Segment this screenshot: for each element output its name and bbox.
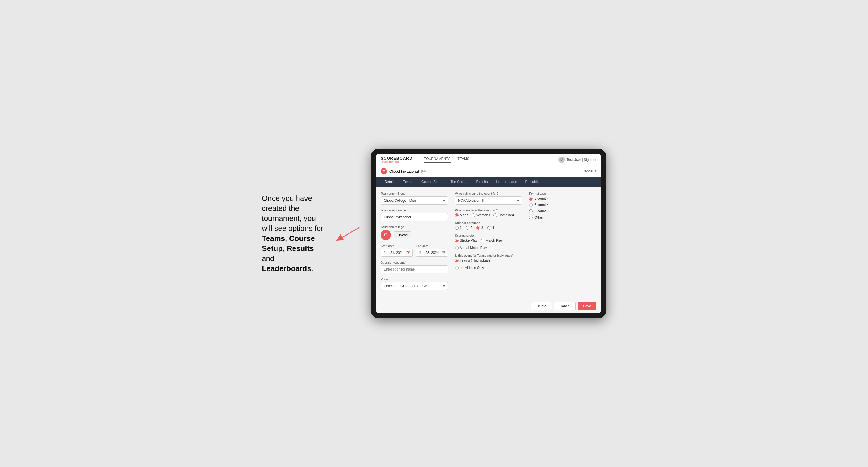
scoring-match-radio[interactable]: [481, 239, 485, 242]
save-button[interactable]: Save: [578, 302, 596, 310]
gender-mens[interactable]: Mens: [455, 213, 468, 217]
individuals-only-radio[interactable]: [455, 266, 459, 270]
host-select[interactable]: Clippd College - Men: [381, 196, 448, 205]
division-select[interactable]: NCAA Division III: [455, 196, 522, 205]
sponsor-group: Sponsor (optional): [381, 261, 448, 273]
sponsor-input[interactable]: [381, 266, 448, 273]
round-4-radio[interactable]: [487, 226, 491, 230]
cancel-button-top[interactable]: Cancel X: [582, 169, 596, 173]
teams-plus-label: Teams (+Individuals): [460, 258, 491, 262]
venue-label: Venue: [381, 277, 448, 281]
gender-combined[interactable]: Combined: [493, 213, 514, 217]
gender-combined-radio[interactable]: [493, 213, 497, 217]
scoring-radio-group: Stroke Play Match Play Medal Match Play: [455, 238, 522, 250]
host-label: Tournament Host: [381, 192, 448, 195]
cancel-button-footer[interactable]: Cancel: [554, 302, 576, 310]
tournament-name: Clippd Invitational: [389, 169, 419, 174]
round-3[interactable]: 3: [476, 226, 483, 230]
tab-course-setup[interactable]: Course Setup: [417, 177, 446, 187]
format-6count5[interactable]: 6 count 5: [529, 209, 596, 213]
format-5count4-label: 5 count 4: [534, 196, 549, 200]
left-column: Tournament Host Clippd College - Men Tou…: [381, 192, 448, 294]
scoring-label: Scoring system: [455, 234, 522, 237]
tab-leaderboards[interactable]: Leaderboards: [492, 177, 521, 187]
tab-tee-groups[interactable]: Tee Groups: [446, 177, 472, 187]
instruction-bold-leaderboards: Leaderboards: [262, 264, 311, 273]
gender-mens-radio[interactable]: [455, 213, 459, 217]
division-label: Which division is the event for?: [455, 192, 522, 195]
scoring-medal-radio[interactable]: [455, 246, 459, 250]
content-area: Tournament Host Clippd College - Men Tou…: [376, 187, 601, 299]
round-4-label: 4: [492, 226, 494, 230]
user-text[interactable]: Test User | Sign out: [566, 158, 597, 162]
logo-sub: Powered by clippd: [381, 161, 412, 163]
nav-teams[interactable]: TEAMS: [458, 157, 469, 163]
gender-womens-label: Womens: [476, 213, 490, 217]
venue-select[interactable]: Peachtree GC - Atlanta - GA: [381, 282, 448, 290]
top-bar: SCOREBOARD Powered by clippd TOURNAMENTS…: [376, 154, 601, 166]
gender-radio-group: Mens Womens Combined: [455, 213, 522, 217]
middle-column: Which division is the event for? NCAA Di…: [455, 192, 522, 294]
scoring-group: Scoring system Stroke Play Match Play: [455, 234, 522, 250]
teams-plus-radio[interactable]: [455, 259, 459, 262]
nav-tournaments[interactable]: TOURNAMENTS: [424, 157, 451, 163]
scoring-stroke-play[interactable]: Stroke Play: [455, 238, 477, 242]
dates-group: Start date 📅 End date 📅: [381, 244, 448, 257]
format-6count4-radio[interactable]: [529, 203, 533, 207]
instruction-and: and: [262, 254, 274, 263]
round-1[interactable]: 1: [455, 226, 462, 230]
round-2-label: 2: [470, 226, 472, 230]
format-5count4-radio[interactable]: [529, 197, 533, 200]
start-date-group: Start date 📅: [381, 244, 413, 257]
gender-womens[interactable]: Womens: [472, 213, 490, 217]
host-group: Tournament Host Clippd College - Men: [381, 192, 448, 205]
format-other-radio[interactable]: [529, 216, 533, 219]
tab-results[interactable]: Results: [472, 177, 492, 187]
tab-teams[interactable]: Teams: [399, 177, 417, 187]
scoring-match-label: Match Play: [486, 238, 502, 242]
round-3-label: 3: [481, 226, 483, 230]
scoring-stroke-radio[interactable]: [455, 239, 459, 242]
division-group: Which division is the event for? NCAA Di…: [455, 192, 522, 205]
upload-button[interactable]: Upload: [394, 231, 411, 238]
delete-button[interactable]: Delete: [531, 302, 552, 310]
tab-printables[interactable]: Printables: [521, 177, 545, 187]
venue-group: Venue Peachtree GC - Atlanta - GA: [381, 277, 448, 290]
tab-details[interactable]: Details: [381, 177, 399, 187]
format-5count4[interactable]: 5 count 4: [529, 196, 596, 200]
top-navigation: TOURNAMENTS TEAMS: [424, 157, 469, 163]
format-6count5-label: 6 count 5: [534, 209, 549, 213]
scoring-medal-label: Medal Match Play: [460, 246, 487, 250]
round-4[interactable]: 4: [487, 226, 494, 230]
round-3-radio[interactable]: [476, 226, 480, 230]
rounds-radio-group: 1 2 3 4: [455, 226, 522, 230]
tablet-screen: SCOREBOARD Powered by clippd TOURNAMENTS…: [376, 154, 601, 313]
end-date-group: End date 📅: [416, 244, 448, 257]
name-group: Tournament name: [381, 209, 448, 221]
format-6count4[interactable]: 6 count 4: [529, 203, 596, 207]
name-label: Tournament name: [381, 209, 448, 212]
start-date-label: Start date: [381, 244, 413, 248]
teams-radio-group: Teams (+Individuals) Individuals Only: [455, 258, 522, 270]
instruction-line1: Once you have created the tournament, yo…: [262, 194, 323, 232]
logo-group: Tournament logo C Upload: [381, 225, 448, 240]
tournament-row: C Clippd Invitational (Men) Cancel X: [376, 166, 601, 177]
end-date-wrap: 📅: [416, 249, 448, 257]
logo-label: Tournament logo: [381, 225, 448, 229]
tournament-tag: (Men): [421, 169, 429, 173]
format-other[interactable]: Other: [529, 215, 596, 219]
round-2[interactable]: 2: [466, 226, 472, 230]
logo-initial: C: [384, 232, 388, 238]
scoring-match-play[interactable]: Match Play: [481, 238, 502, 242]
scoring-medal-match[interactable]: Medal Match Play: [455, 246, 487, 250]
round-2-radio[interactable]: [466, 226, 469, 230]
individuals-only[interactable]: Individuals Only: [455, 266, 484, 270]
teams-plus-individuals[interactable]: Teams (+Individuals): [455, 258, 491, 262]
user-area: U Test User | Sign out: [558, 157, 597, 163]
start-date-wrap: 📅: [381, 249, 413, 257]
format-6count5-radio[interactable]: [529, 209, 533, 213]
round-1-radio[interactable]: [455, 226, 459, 230]
tournament-logo: C: [381, 168, 387, 175]
gender-womens-radio[interactable]: [472, 213, 475, 217]
name-input[interactable]: [381, 213, 448, 221]
